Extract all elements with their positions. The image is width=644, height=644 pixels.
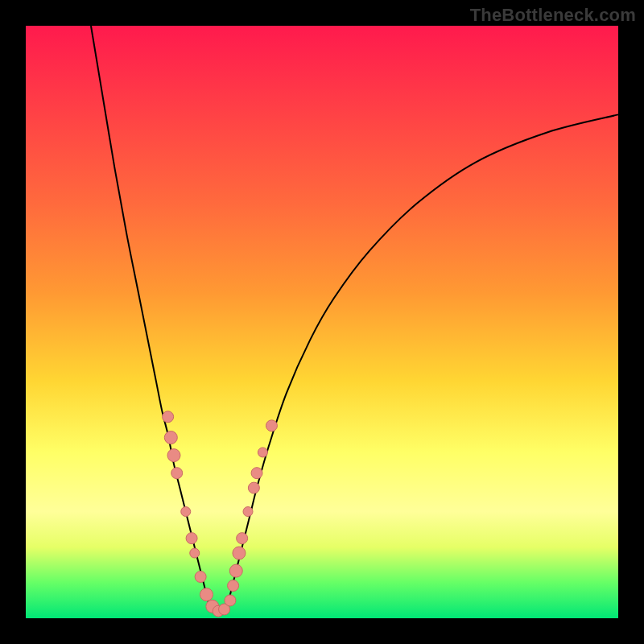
- data-marker: [248, 482, 259, 493]
- data-marker: [229, 564, 242, 577]
- data-marker: [228, 580, 239, 592]
- data-marker: [167, 449, 180, 462]
- data-marker: [233, 547, 246, 559]
- data-markers: [163, 411, 278, 617]
- data-marker: [195, 571, 206, 582]
- curve-left: [91, 26, 209, 606]
- data-marker: [186, 533, 197, 544]
- data-marker: [181, 507, 191, 517]
- data-marker: [190, 548, 200, 558]
- chart-frame: TheBottleneck.com: [0, 0, 644, 644]
- data-marker: [243, 507, 253, 517]
- data-marker: [225, 595, 236, 606]
- data-marker: [164, 431, 177, 444]
- data-marker: [200, 588, 213, 601]
- data-marker: [171, 468, 183, 479]
- data-marker: [258, 448, 267, 457]
- data-marker: [237, 533, 248, 544]
- curve-right: [227, 114, 618, 606]
- watermark-text: TheBottleneck.com: [470, 5, 636, 26]
- data-marker: [266, 420, 277, 431]
- chart-svg: [26, 26, 618, 618]
- data-marker: [163, 411, 174, 423]
- data-marker: [251, 468, 262, 479]
